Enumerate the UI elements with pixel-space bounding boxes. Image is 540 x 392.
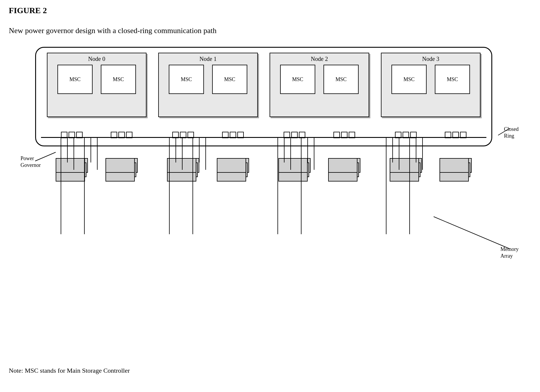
label-power-governor: PowerGovernor [21, 155, 41, 169]
node-3-mem-stack-0 [390, 158, 422, 217]
node-0-memory [47, 158, 147, 217]
node-0-mem-stack-1 [105, 158, 138, 217]
node-1-msc-row: MSC MSC [159, 65, 257, 94]
node-2-msc-1: MSC [323, 65, 359, 94]
label-memory-array: MemoryArray [500, 246, 519, 260]
node-3-box: Node 3 MSC MSC [381, 53, 481, 117]
node-1-box: Node 1 MSC MSC [158, 53, 258, 117]
memory-card [328, 158, 357, 173]
node-2-label: Node 2 [270, 56, 369, 62]
nodes-row: Node 0 MSC MSC Node 1 MSC MSC Node 2 MSC… [41, 53, 486, 117]
node-2-msc-0: MSC [280, 65, 315, 94]
node-2-mem-stack-1 [328, 158, 360, 217]
memory-card [390, 158, 419, 173]
memory-card [278, 158, 308, 173]
horizontal-bus-line [41, 137, 486, 138]
page-title: FIGURE 2 [9, 6, 47, 15]
node-3-msc-0: MSC [391, 65, 427, 94]
node-3-label: Node 3 [381, 56, 480, 62]
diagram: Node 0 MSC MSC Node 1 MSC MSC Node 2 MSC… [18, 47, 522, 310]
node-3-memory [381, 158, 481, 217]
node-0-label: Node 0 [47, 56, 146, 62]
node-1-mem-stack-0 [167, 158, 199, 217]
node-1-memory [158, 158, 258, 217]
node-0-msc-1: MSC [101, 65, 136, 94]
memory-card [167, 158, 196, 173]
node-1-msc-1: MSC [212, 65, 247, 94]
svg-line-42 [434, 217, 510, 249]
memory-card [217, 158, 246, 173]
node-3-msc-row: MSC MSC [381, 65, 480, 94]
node-0-box: Node 0 MSC MSC [47, 53, 147, 117]
node-3-mem-stack-1 [440, 158, 472, 217]
subtitle: New power governor design with a closed-… [9, 26, 217, 35]
memory-card [105, 158, 135, 173]
label-closed-ring: ClosedRing [504, 126, 519, 140]
memory-section [41, 158, 486, 217]
memory-card [56, 158, 85, 173]
node-3-msc-1: MSC [435, 65, 470, 94]
node-2-mem-stack-0 [278, 158, 311, 217]
note: Note: MSC stands for Main Storage Contro… [9, 367, 130, 374]
node-0-mem-stack-0 [56, 158, 88, 217]
node-2-msc-row: MSC MSC [270, 65, 369, 94]
node-2-memory [270, 158, 369, 217]
node-1-label: Node 1 [159, 56, 257, 62]
node-0-msc-0: MSC [57, 65, 93, 94]
node-1-msc-0: MSC [169, 65, 204, 94]
node-0-msc-row: MSC MSC [47, 65, 146, 94]
node-1-mem-stack-1 [217, 158, 249, 217]
node-2-box: Node 2 MSC MSC [270, 53, 369, 117]
memory-card [440, 158, 469, 173]
